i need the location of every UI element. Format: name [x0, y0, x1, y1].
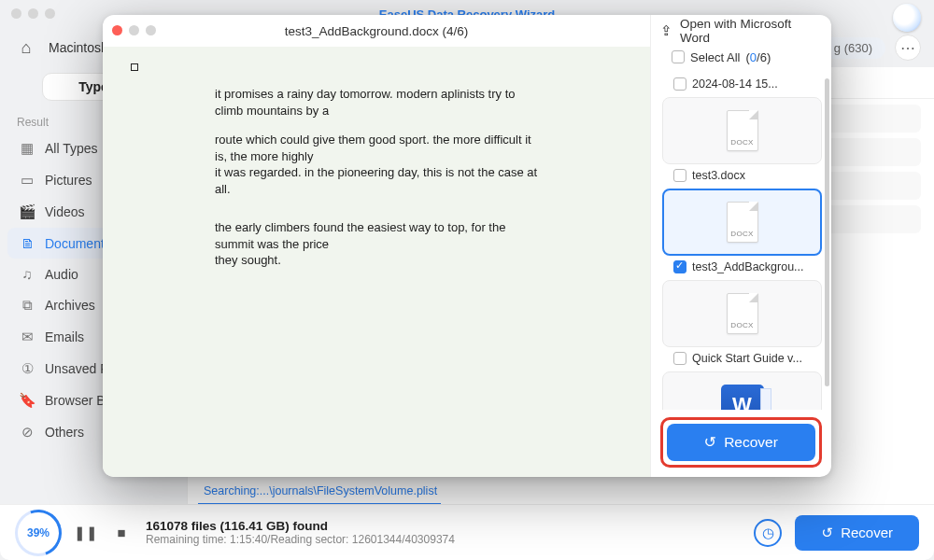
docx-icon — [727, 110, 758, 151]
file-checkbox[interactable] — [673, 77, 686, 91]
progress-ring: 39% — [15, 510, 62, 556]
window-controls[interactable] — [11, 8, 55, 19]
document-page: it promises a rainy day tomorrow. modern… — [121, 52, 631, 471]
unsaved-icon: ① — [19, 360, 35, 377]
modal-window-controls[interactable] — [112, 25, 156, 35]
preview-paragraph: route which could give them good sport. … — [215, 132, 538, 197]
file-name: 2024-08-14 15... — [692, 77, 820, 91]
file-list[interactable]: 2024-08-14 15...test3.docxtest3_AddBackg… — [651, 73, 831, 410]
preview-paragraph: the early climbers found the easiest way… — [215, 219, 538, 269]
sidebar-item-label: All Types — [45, 141, 98, 156]
search-status-text: Searching:...\journals\FileSystemVolume.… — [204, 484, 437, 497]
others-icon: ⊘ — [19, 424, 35, 441]
document-preview: it promises a rainy day tomorrow. modern… — [103, 47, 650, 477]
fullscreen-icon[interactable] — [146, 25, 156, 35]
file-name: Quick Start Guide v... — [692, 352, 820, 365]
recover-label: Recover — [841, 525, 893, 540]
sidebar-item-label: Others — [45, 425, 84, 440]
select-all-row[interactable]: Select All (0/6) — [651, 47, 831, 73]
sidebar-item-label: Audio — [45, 267, 78, 282]
recover-label: Recover — [724, 434, 778, 451]
recover-button[interactable]: ↻ Recover — [795, 515, 919, 551]
progress-value: 39% — [27, 526, 50, 539]
docx-icon — [727, 202, 758, 243]
file-thumbnail[interactable] — [662, 189, 822, 256]
avatar[interactable] — [893, 4, 921, 32]
sidebar-item-label: Emails — [45, 329, 84, 344]
file-row[interactable]: Quick Start Guide v... — [657, 349, 828, 370]
file-thumbnail[interactable] — [662, 97, 822, 164]
modal-titlebar: test3_AddBackground.docx (4/6) — [103, 15, 650, 47]
history-icon[interactable]: ◷ — [754, 519, 782, 547]
close-icon[interactable] — [112, 25, 122, 35]
file-row[interactable]: 2024-08-14 15... — [657, 75, 828, 95]
archive-icon: ⧉ — [19, 297, 35, 314]
select-all-label: Select All — [690, 50, 740, 64]
sidebar-item-label: Videos — [45, 204, 85, 219]
count-value: (630) — [844, 41, 872, 55]
file-list-pane: ⇪ Open with Microsoft Word Select All (0… — [650, 15, 831, 477]
video-icon: 🎬 — [19, 203, 35, 220]
file-thumbnail[interactable] — [662, 280, 822, 347]
select-all-checkbox[interactable] — [672, 50, 685, 63]
file-name: test3.docx — [692, 169, 820, 182]
footer-stats: 161078 files (116.41 GB) found Remaining… — [146, 519, 455, 546]
highlight-box: ↻ Recover — [660, 417, 822, 468]
modal-title: test3_AddBackground.docx (4/6) — [285, 24, 469, 38]
select-all-count: (0/6) — [745, 50, 771, 64]
preview-pane: test3_AddBackground.docx (4/6) it promis… — [103, 15, 650, 477]
file-row[interactable]: test3.docx — [657, 166, 828, 187]
file-checkbox[interactable] — [673, 260, 686, 273]
footer: 39% ❚❚ ■ 161078 files (116.41 GB) found … — [0, 504, 934, 560]
bookmark-icon: 🔖 — [19, 392, 35, 409]
file-checkbox[interactable] — [673, 169, 686, 182]
file-thumbnail[interactable]: W — [662, 371, 822, 410]
grid-icon: ▦ — [19, 140, 35, 157]
picture-icon: ▭ — [19, 172, 35, 189]
more-menu-button[interactable]: ⋯ — [895, 35, 921, 61]
count-prefix: g — [834, 41, 844, 55]
sidebar-item-label: Pictures — [45, 173, 92, 188]
remaining-time-label: Remaining time: 1:15:40/Reading sector: … — [146, 533, 455, 546]
breadcrumb[interactable]: Macintosh — [49, 40, 108, 55]
word-icon: W — [721, 385, 764, 410]
recover-icon: ↻ — [821, 525, 833, 541]
file-row[interactable]: test3_AddBackgrou... — [657, 258, 828, 278]
audio-icon: ♫ — [19, 266, 35, 282]
file-checkbox[interactable] — [673, 352, 686, 365]
modal-recover-button[interactable]: ↻ Recover — [667, 424, 815, 461]
home-icon[interactable]: ⌂ — [13, 35, 39, 60]
search-status: Searching:...\journals\FileSystemVolume.… — [198, 478, 934, 504]
open-with-label: Open with Microsoft Word — [680, 17, 822, 45]
paragraph-marker-icon — [131, 63, 138, 71]
sidebar-item-label: Archives — [45, 298, 95, 313]
document-icon: 🗎 — [19, 235, 35, 251]
close-icon[interactable] — [11, 8, 21, 19]
file-name: test3_AddBackgrou... — [692, 260, 820, 273]
fullscreen-icon[interactable] — [45, 8, 55, 19]
email-icon: ✉ — [19, 329, 35, 345]
pause-button[interactable]: ❚❚ — [75, 522, 97, 544]
open-with-row[interactable]: ⇪ Open with Microsoft Word — [651, 15, 831, 47]
preview-modal: test3_AddBackground.docx (4/6) it promis… — [103, 15, 831, 477]
docx-icon — [727, 293, 758, 334]
preview-paragraph: it promises a rainy day tomorrow. modern… — [215, 86, 538, 119]
sidebar-item-label: Documents — [45, 236, 111, 251]
stop-button[interactable]: ■ — [110, 522, 133, 544]
share-icon[interactable]: ⇪ — [660, 22, 672, 39]
minimize-icon[interactable] — [129, 25, 139, 35]
recover-icon: ↻ — [704, 434, 716, 451]
minimize-icon[interactable] — [28, 8, 38, 19]
files-found-label: 161078 files (116.41 GB) found — [146, 519, 455, 533]
